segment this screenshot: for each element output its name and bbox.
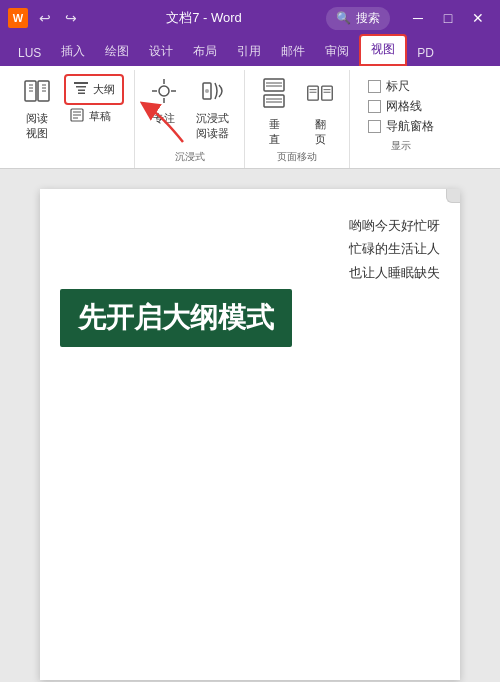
- svg-rect-10: [78, 90, 85, 92]
- flip-button[interactable]: 翻页: [301, 74, 339, 150]
- doc-text-right: 哟哟今天好忙呀 忙碌的生活让人 也让人睡眠缺失: [349, 214, 440, 284]
- tab-draw[interactable]: 绘图: [95, 38, 139, 66]
- document-area: 哟哟今天好忙呀 忙碌的生活让人 也让人睡眠缺失 先开启大纲模式: [0, 169, 500, 682]
- draft-icon: [69, 107, 85, 126]
- minimize-button[interactable]: ─: [404, 4, 432, 32]
- close-button[interactable]: ✕: [464, 4, 492, 32]
- ribbon-group-views: 阅读视图 大纲: [8, 70, 135, 168]
- ribbon-group-page-move: 垂直 翻页 页面移动: [245, 70, 350, 168]
- outline-highlighted-wrapper: 大纲: [64, 74, 124, 105]
- outline-label: 大纲: [93, 82, 115, 97]
- svg-rect-30: [322, 86, 333, 100]
- svg-point-22: [205, 89, 209, 93]
- nav-pane-checkbox-box[interactable]: [368, 120, 381, 133]
- outline-draft-col: 大纲 草稿: [64, 74, 124, 128]
- show-group-label: 显示: [360, 139, 442, 157]
- nav-pane-checkbox[interactable]: 导航窗格: [368, 118, 434, 135]
- svg-point-16: [159, 86, 169, 96]
- highlight-box: 先开启大纲模式: [60, 289, 292, 347]
- immersive-group-label: 沉浸式: [145, 150, 234, 168]
- gridlines-label: 网格线: [386, 98, 422, 115]
- nav-pane-label: 导航窗格: [386, 118, 434, 135]
- reading-view-label: 阅读视图: [26, 111, 48, 141]
- ruler-label: 标尺: [386, 78, 410, 95]
- immersive-reader-button[interactable]: 沉浸式阅读器: [191, 74, 234, 144]
- page-fold: [446, 189, 460, 203]
- svg-rect-9: [76, 86, 86, 88]
- tab-lus[interactable]: LUS: [8, 41, 51, 66]
- undo-redo-controls: ↩ ↪: [34, 8, 82, 28]
- doc-line-3: 也让人睡眠缺失: [349, 261, 440, 284]
- immersive-reader-icon: [199, 77, 227, 109]
- svg-rect-8: [74, 82, 88, 84]
- outline-icon: [73, 80, 89, 99]
- draft-label: 草稿: [89, 109, 111, 124]
- window-title: 文档7 - Word: [88, 9, 320, 27]
- app-logo: W: [8, 8, 28, 28]
- immersive-reader-label: 沉浸式阅读器: [196, 111, 229, 141]
- reading-view-icon: [23, 77, 51, 109]
- vertical-label: 垂直: [269, 117, 280, 147]
- red-arrow: [133, 97, 193, 151]
- tab-mail[interactable]: 邮件: [271, 38, 315, 66]
- page-move-content: 垂直 翻页: [255, 74, 339, 150]
- search-icon: 🔍: [336, 11, 351, 25]
- draft-button[interactable]: 草稿: [64, 105, 116, 128]
- tab-view[interactable]: 视图: [359, 34, 407, 66]
- flip-label: 翻页: [315, 117, 326, 147]
- outline-button[interactable]: 大纲: [68, 78, 120, 101]
- doc-line-2: 忙碌的生活让人: [349, 237, 440, 260]
- gridlines-checkbox[interactable]: 网格线: [368, 98, 434, 115]
- svg-rect-23: [264, 79, 284, 91]
- views-content: 阅读视图 大纲: [18, 74, 124, 164]
- doc-line-1: 哟哟今天好忙呀: [349, 214, 440, 237]
- reading-view-button[interactable]: 阅读视图: [18, 74, 56, 144]
- maximize-button[interactable]: □: [434, 4, 462, 32]
- title-bar: W ↩ ↪ 文档7 - Word 🔍 搜索 ─ □ ✕: [0, 0, 500, 36]
- vertical-icon: [260, 77, 288, 115]
- ribbon-tabs: LUS 插入 绘图 设计 布局 引用 邮件 审阅 视图 PD: [0, 36, 500, 66]
- vertical-button[interactable]: 垂直: [255, 74, 293, 150]
- window-buttons: ─ □ ✕: [404, 4, 492, 32]
- tab-references[interactable]: 引用: [227, 38, 271, 66]
- ribbon-bar: 阅读视图 大纲: [0, 66, 500, 169]
- search-box[interactable]: 🔍 搜索: [326, 7, 390, 30]
- redo-button[interactable]: ↪: [60, 8, 82, 28]
- svg-rect-24: [264, 95, 284, 107]
- gridlines-checkbox-box[interactable]: [368, 100, 381, 113]
- page-move-group-label: 页面移动: [255, 150, 339, 168]
- svg-rect-11: [78, 93, 85, 95]
- flip-icon: [306, 77, 334, 115]
- tab-pd[interactable]: PD: [407, 41, 444, 66]
- ruler-checkbox[interactable]: 标尺: [368, 78, 434, 95]
- ruler-checkbox-box[interactable]: [368, 80, 381, 93]
- document-page: 哟哟今天好忙呀 忙碌的生活让人 也让人睡眠缺失 先开启大纲模式: [40, 189, 460, 680]
- tab-insert[interactable]: 插入: [51, 38, 95, 66]
- tab-layout[interactable]: 布局: [183, 38, 227, 66]
- tab-review[interactable]: 审阅: [315, 38, 359, 66]
- views-group-label: [18, 164, 124, 168]
- undo-button[interactable]: ↩: [34, 8, 56, 28]
- ribbon-group-show: 标尺 网格线 导航窗格 显示: [350, 70, 452, 168]
- search-label: 搜索: [356, 10, 380, 27]
- show-checkboxes: 标尺 网格线 导航窗格: [360, 74, 442, 139]
- svg-rect-29: [308, 86, 319, 100]
- tab-design[interactable]: 设计: [139, 38, 183, 66]
